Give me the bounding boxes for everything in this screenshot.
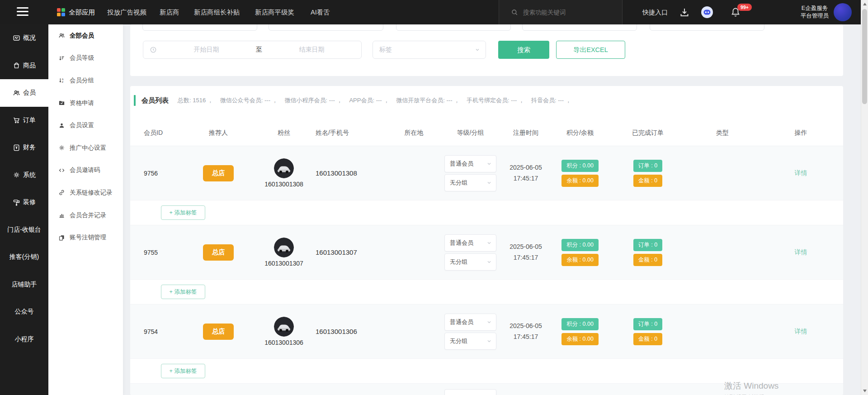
filter-input-partial-4[interactable]	[522, 24, 637, 31]
quick-entry-link[interactable]: 快捷入口	[642, 0, 668, 24]
download-icon[interactable]	[679, 7, 690, 18]
submenu-item-invite-code[interactable]: 会员邀请码	[48, 159, 123, 182]
export-excel-button[interactable]: 导出EXCEL	[556, 41, 625, 59]
scrollbar-thumb[interactable]	[862, 9, 867, 104]
date-end-placeholder: 结束日期	[262, 46, 361, 54]
topnav-item-new-shop[interactable]: 新店商	[160, 0, 179, 24]
topnav-item-ad-video[interactable]: 投放广告视频	[107, 0, 146, 24]
search-button[interactable]: 搜索	[498, 41, 549, 59]
chevron-down-icon	[486, 161, 492, 167]
submenu-item-member-settings[interactable]: 会员设置	[48, 114, 123, 137]
col-fans: 粉丝	[252, 129, 316, 137]
member-stats: 总数: 1516 ， 微信公众号会员: --- ， 微信小程序会员: --- ，…	[178, 96, 571, 105]
sidebar-item-products[interactable]: 商品	[0, 52, 48, 80]
detail-link[interactable]: 详情	[795, 328, 807, 335]
tag-select[interactable]: 标签	[373, 41, 486, 59]
sidebar-item-store-cashier[interactable]: 门店-收银台	[0, 216, 48, 244]
level-select[interactable]: 普通会员	[444, 314, 496, 331]
group-select[interactable]: 无分组	[444, 333, 496, 350]
assistant-robot-icon[interactable]	[701, 6, 713, 18]
sidebar-item-distribution[interactable]: 推客(分销)	[0, 243, 48, 271]
submenu-item-account-cancellation[interactable]: 账号注销管理	[48, 226, 123, 249]
scrollbar-down-arrow[interactable]	[863, 390, 867, 392]
orders-badge: 订单 : 0	[633, 239, 662, 251]
topbar-search[interactable]	[499, 0, 623, 24]
sidebar-item-members[interactable]: 会员	[0, 79, 48, 107]
points-badge: 积分 : 0.00	[561, 239, 599, 251]
sidebar-item-label: 会员	[23, 89, 36, 97]
level-select[interactable]	[444, 389, 496, 395]
level-select[interactable]: 普通会员	[444, 155, 496, 172]
filter-input-partial-1[interactable]	[142, 24, 257, 31]
chevron-down-icon	[486, 259, 492, 265]
sidebar-item-orders[interactable]: 订单	[0, 107, 48, 134]
referrer-badge[interactable]: 总店	[203, 165, 234, 181]
level-select[interactable]: 普通会员	[444, 234, 496, 252]
sidebar-item-label: 订单	[23, 116, 36, 124]
search-icon	[511, 9, 518, 16]
filter-input-partial-5[interactable]	[650, 24, 764, 31]
member-name-phone: 16013001306	[316, 328, 388, 335]
detail-link[interactable]: 详情	[795, 169, 807, 176]
window-scrollbar[interactable]	[861, 0, 868, 395]
points-badge: 积分 : 0.00	[561, 160, 599, 172]
user-avatar[interactable]	[834, 3, 852, 21]
balance-badge: 余额 : 0.00	[561, 254, 599, 266]
add-tag-row: + 添加标签	[130, 359, 843, 384]
submenu-item-merge-log[interactable]: 会员合并记录	[48, 204, 123, 227]
search-input[interactable]	[522, 9, 605, 16]
sidebar-item-overview[interactable]: 概况	[0, 24, 48, 52]
referrer-badge[interactable]: 总店	[203, 244, 234, 261]
group-select[interactable]: 无分组	[444, 253, 496, 271]
user-icon	[58, 122, 65, 129]
topnav-item-ai[interactable]: AI看舌	[311, 0, 330, 24]
group-select[interactable]: 无分组	[444, 174, 496, 191]
member-id: 9756	[144, 170, 184, 177]
finance-icon	[13, 144, 20, 152]
referrer-badge[interactable]: 总店	[203, 324, 234, 340]
stat-douyin: 抖音会员: --- ，	[531, 96, 571, 105]
submenu-item-relation-log[interactable]: 关系链修改记录	[48, 181, 123, 204]
submenu-item-label: 资格申请	[70, 99, 94, 107]
group-value: 无分组	[450, 258, 467, 266]
scrollbar-up-arrow[interactable]	[863, 3, 867, 5]
member-row-partial	[130, 384, 843, 395]
add-tag-row: + 添加标签	[130, 200, 843, 225]
submenu-item-label: 会员合并记录	[70, 211, 106, 219]
user-name: E企盈服务 平台管理员	[794, 5, 835, 20]
dashboard-icon	[13, 34, 20, 42]
link-icon	[58, 189, 65, 196]
submenu-item-promotion-settings[interactable]: 推广中心设置	[48, 137, 123, 159]
bag-icon	[13, 62, 20, 69]
all-apps-button[interactable]: 全部应用	[57, 0, 95, 24]
detail-link[interactable]: 详情	[795, 248, 807, 256]
sidebar-item-label: 概况	[23, 34, 36, 42]
sidebar-item-finance[interactable]: 财务	[0, 134, 48, 162]
filter-card: 开始日期 至 结束日期 标签 搜索 导出EXCEL	[130, 24, 843, 76]
date-range-input[interactable]: 开始日期 至 结束日期	[143, 41, 362, 59]
member-name-phone: 16013001308	[316, 169, 388, 177]
sidebar-item-shop-assistant[interactable]: 店铺助手	[0, 271, 48, 299]
submenu-item-qualification[interactable]: 资格申请	[48, 92, 123, 114]
topnav-item-level-award[interactable]: 新店商平级奖	[255, 0, 294, 24]
submenu-item-label: 会员设置	[70, 121, 94, 129]
chevron-down-icon	[486, 338, 492, 344]
member-row: 9754 总店 16013001306 16013001306 普通会员 无分组…	[130, 305, 843, 359]
topnav-item-group-subsidy[interactable]: 新店商组长补贴	[194, 0, 240, 24]
submenu-item-all-members[interactable]: 全部会员	[48, 24, 123, 47]
sidebar-item-official-account[interactable]: 公众号	[0, 298, 48, 326]
sidebar-item-decoration[interactable]: 装修	[0, 189, 48, 216]
level-value: 普通会员	[450, 239, 473, 247]
sidebar-item-mini-program[interactable]: 小程序	[0, 326, 48, 353]
submenu-item-member-level[interactable]: 会员等级	[48, 47, 123, 70]
add-tag-button[interactable]: + 添加标签	[161, 205, 205, 220]
hamburger-menu-icon[interactable]	[17, 7, 28, 17]
bar-chart-icon	[58, 212, 65, 219]
member-avatar	[274, 317, 294, 337]
add-tag-button[interactable]: + 添加标签	[161, 285, 205, 299]
submenu-item-member-group[interactable]: AZ 会员分组	[48, 69, 123, 92]
add-tag-button[interactable]: + 添加标签	[161, 364, 205, 378]
filter-input-partial-2[interactable]	[269, 24, 383, 31]
filter-input-partial-3[interactable]	[396, 24, 511, 31]
sidebar-item-system[interactable]: 系统	[0, 162, 48, 189]
